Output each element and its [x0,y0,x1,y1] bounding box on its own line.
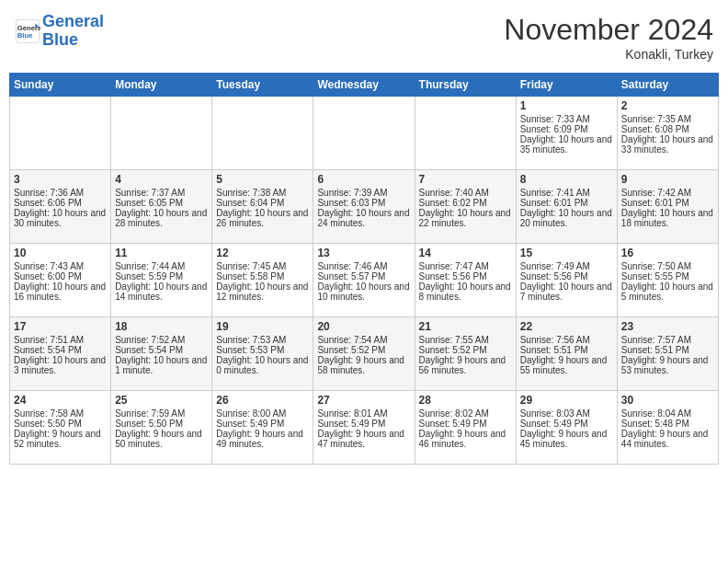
day-info-line: Daylight: 10 hours and 5 minutes. [621,282,714,302]
day-cell: 28Sunrise: 8:02 AMSunset: 5:49 PMDayligh… [415,391,516,465]
day-info-line: Sunrise: 7:37 AM [115,188,208,198]
day-cell: 2Sunrise: 7:35 AMSunset: 6:08 PMDaylight… [617,97,718,170]
day-info-line: Sunset: 6:05 PM [115,198,208,208]
day-info-line: Sunrise: 7:46 AM [317,261,410,271]
day-info-line: Daylight: 9 hours and 55 minutes. [520,355,613,375]
day-cell: 9Sunrise: 7:42 AMSunset: 6:01 PMDaylight… [617,170,718,244]
day-info-line: Sunrise: 7:47 AM [419,261,512,271]
day-info-line: Sunrise: 7:40 AM [419,188,512,198]
day-cell [111,97,212,170]
day-cell: 26Sunrise: 8:00 AMSunset: 5:49 PMDayligh… [212,391,313,465]
day-info-line: Sunset: 6:04 PM [216,198,309,208]
day-info-line: Sunrise: 7:44 AM [115,261,208,271]
day-info-line: Daylight: 10 hours and 1 minute. [115,355,208,375]
day-info-line: Sunrise: 7:36 AM [14,188,107,198]
logo-icon: General Blue [15,18,40,44]
day-number: 8 [520,173,613,186]
day-info-line: Sunrise: 7:56 AM [520,335,613,345]
day-cell: 4Sunrise: 7:37 AMSunset: 6:05 PMDaylight… [111,170,212,244]
day-cell: 10Sunrise: 7:43 AMSunset: 6:00 PMDayligh… [10,244,111,317]
day-info-line: Sunset: 5:51 PM [621,345,714,355]
day-cell: 18Sunrise: 7:52 AMSunset: 5:54 PMDayligh… [111,317,212,391]
day-info-line: Daylight: 9 hours and 52 minutes. [14,429,107,449]
day-info-line: Sunrise: 7:42 AM [621,188,714,198]
day-info-line: Sunrise: 7:53 AM [216,335,309,345]
title-block: November 2024 Konakli, Turkey [504,13,713,62]
day-number: 22 [520,320,613,333]
day-cell: 8Sunrise: 7:41 AMSunset: 6:01 PMDaylight… [516,170,617,244]
day-number: 14 [419,247,512,259]
day-cell: 7Sunrise: 7:40 AMSunset: 6:02 PMDaylight… [415,170,516,244]
day-number: 1 [520,99,613,112]
day-info-line: Sunset: 5:52 PM [419,345,512,355]
day-number: 10 [14,247,107,259]
day-info-line: Daylight: 10 hours and 12 minutes. [216,282,309,302]
day-number: 9 [621,173,714,186]
day-cell: 29Sunrise: 8:03 AMSunset: 5:49 PMDayligh… [516,391,617,465]
day-info-line: Daylight: 10 hours and 10 minutes. [317,282,410,302]
day-info-line: Sunset: 6:08 PM [621,124,714,134]
day-cell: 27Sunrise: 8:01 AMSunset: 5:49 PMDayligh… [313,391,415,465]
day-number: 16 [621,247,714,259]
day-number: 15 [520,247,613,259]
day-info-line: Sunrise: 8:00 AM [216,408,309,419]
day-number: 20 [317,320,410,333]
col-header-tuesday: Tuesday [212,74,313,97]
day-number: 21 [419,320,512,333]
day-info-line: Daylight: 10 hours and 18 minutes. [621,208,714,228]
day-info-line: Daylight: 10 hours and 26 minutes. [216,208,309,228]
day-cell: 13Sunrise: 7:46 AMSunset: 5:57 PMDayligh… [313,244,415,317]
day-number: 17 [14,320,107,333]
day-info-line: Sunrise: 8:04 AM [621,408,714,419]
day-info-line: Sunset: 5:52 PM [317,345,410,355]
day-cell: 1Sunrise: 7:33 AMSunset: 6:09 PMDaylight… [516,97,617,170]
day-cell: 3Sunrise: 7:36 AMSunset: 6:06 PMDaylight… [10,170,111,244]
week-row-1: 1Sunrise: 7:33 AMSunset: 6:09 PMDaylight… [10,97,719,170]
day-number: 27 [317,394,410,407]
day-info-line: Sunset: 6:01 PM [621,198,714,208]
day-cell [212,97,313,170]
day-cell: 24Sunrise: 7:58 AMSunset: 5:50 PMDayligh… [10,391,111,465]
day-info-line: Sunset: 5:49 PM [317,419,410,429]
day-cell: 5Sunrise: 7:38 AMSunset: 6:04 PMDaylight… [212,170,313,244]
day-number: 13 [317,247,410,259]
day-number: 19 [216,320,309,333]
day-info-line: Sunrise: 7:50 AM [621,261,714,271]
logo: General Blue GeneralBlue [15,13,104,50]
col-header-thursday: Thursday [415,74,516,97]
day-number: 28 [419,394,512,407]
day-info-line: Sunset: 6:01 PM [520,198,613,208]
day-number: 12 [216,247,309,259]
day-info-line: Sunset: 5:56 PM [419,271,512,282]
day-info-line: Sunset: 6:06 PM [14,198,107,208]
month-title: November 2024 [504,13,713,47]
day-info-line: Sunrise: 7:49 AM [520,261,613,271]
day-info-line: Sunset: 5:54 PM [115,345,208,355]
day-info-line: Daylight: 9 hours and 45 minutes. [520,429,613,449]
day-info-line: Sunrise: 8:02 AM [419,408,512,419]
day-info-line: Daylight: 10 hours and 24 minutes. [317,208,410,228]
day-info-line: Daylight: 10 hours and 22 minutes. [419,208,512,228]
day-info-line: Sunset: 5:56 PM [520,271,613,282]
day-info-line: Sunrise: 7:33 AM [520,114,613,124]
day-info-line: Daylight: 10 hours and 20 minutes. [520,208,613,228]
day-info-line: Sunrise: 7:59 AM [115,408,208,419]
day-info-line: Daylight: 9 hours and 49 minutes. [216,429,309,449]
day-info-line: Daylight: 9 hours and 53 minutes. [621,355,714,375]
day-info-line: Daylight: 9 hours and 47 minutes. [317,429,410,449]
logo-text: GeneralBlue [42,13,104,50]
col-header-wednesday: Wednesday [313,74,415,97]
day-info-line: Sunrise: 7:58 AM [14,408,107,419]
day-cell: 11Sunrise: 7:44 AMSunset: 5:59 PMDayligh… [111,244,212,317]
day-info-line: Daylight: 10 hours and 16 minutes. [14,282,107,302]
day-cell: 23Sunrise: 7:57 AMSunset: 5:51 PMDayligh… [617,317,718,391]
day-number: 18 [115,320,208,333]
day-info-line: Daylight: 10 hours and 30 minutes. [14,208,107,228]
day-info-line: Sunset: 6:03 PM [317,198,410,208]
day-number: 7 [419,173,512,186]
col-header-friday: Friday [516,74,617,97]
day-info-line: Sunset: 5:48 PM [621,419,714,429]
day-cell: 20Sunrise: 7:54 AMSunset: 5:52 PMDayligh… [313,317,415,391]
header-row: SundayMondayTuesdayWednesdayThursdayFrid… [10,74,719,97]
day-info-line: Sunrise: 7:51 AM [14,335,107,345]
